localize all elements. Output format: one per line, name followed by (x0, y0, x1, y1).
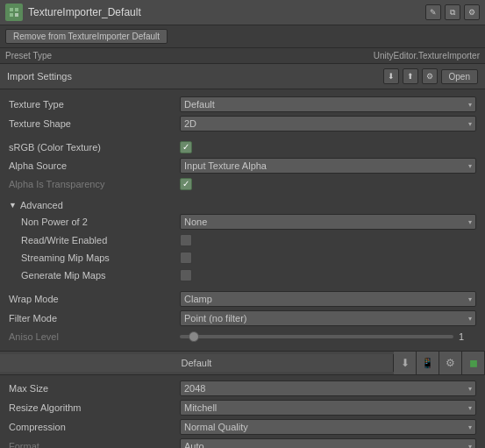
texture-type-row: Texture Type Default ▾ (0, 95, 485, 114)
alpha-transparency-row: Alpha Is Transparency (0, 175, 485, 193)
texture-shape-dropdown[interactable]: 2D ▾ (180, 116, 476, 132)
srgb-checkbox[interactable] (180, 141, 476, 153)
aniso-level-label: Aniso Level (9, 331, 180, 342)
alpha-transparency-checkbox[interactable] (180, 178, 476, 190)
svg-rect-1 (10, 8, 13, 11)
srgb-row: sRGB (Color Texture) (0, 139, 485, 156)
preset-row: Preset Type UnityEditor.TextureImporter (0, 48, 485, 64)
compression-row: Compression Normal Quality ▾ (0, 417, 485, 437)
filter-mode-dropdown[interactable]: Point (no filter) ▾ (180, 310, 476, 326)
alpha-source-label: Alpha Source (9, 160, 180, 171)
wrap-mode-row: Wrap Mode Clamp ▾ (0, 289, 485, 309)
settings-icon[interactable]: ⚙ (422, 68, 438, 84)
max-size-label: Max Size (9, 383, 180, 394)
section-title: Import Settings (7, 71, 72, 82)
non-power-label: Non Power of 2 (9, 217, 180, 227)
chevron-down-icon: ▾ (468, 101, 472, 109)
triangle-icon: ▼ (9, 201, 17, 210)
alpha-source-row: Alpha Source Input Texture Alpha ▾ (0, 156, 485, 175)
streaming-mip-label: Streaming Mip Maps (9, 252, 180, 263)
aniso-slider[interactable]: 1 (180, 331, 476, 342)
readwrite-label: Read/Write Enabled (9, 235, 180, 245)
remove-row: Remove from TextureImporter Default (0, 25, 485, 48)
wrap-mode-dropdown[interactable]: Clamp ▾ (180, 291, 476, 307)
texture-shape-row: Texture Shape 2D ▾ (0, 114, 485, 133)
app-icon (5, 4, 23, 21)
gear-icon[interactable]: ⚙ (464, 4, 480, 20)
main-content: Texture Type Default ▾ Texture Shape 2D … (0, 89, 485, 351)
svg-rect-4 (15, 13, 18, 17)
tab-default[interactable]: Default (0, 354, 394, 372)
tab-square-icon[interactable]: ◼ (462, 352, 485, 374)
preset-label: Preset Type (5, 51, 52, 60)
texture-type-dropdown[interactable]: Default ▾ (180, 96, 476, 112)
compression-dropdown[interactable]: Normal Quality ▾ (180, 419, 476, 435)
tab-download-icon[interactable]: ⬇ (394, 352, 417, 374)
tab-mobile-icon[interactable]: 📱 (417, 352, 439, 374)
filter-mode-row: Filter Mode Point (no filter) ▾ (0, 309, 485, 328)
preset-value: UnityEditor.TextureImporter (374, 51, 480, 60)
texture-shape-label: Texture Shape (9, 118, 180, 129)
bottom-panel: Max Size 2048 ▾ Resize Algorithm Mitchel… (0, 375, 485, 448)
non-power-dropdown[interactable]: None ▾ (180, 214, 476, 230)
format-row: Format Auto ▾ (0, 437, 485, 448)
alpha-transparency-label: Alpha Is Transparency (9, 179, 180, 189)
upload-icon[interactable]: ⬆ (403, 68, 418, 84)
chevron-down-icon: ▾ (468, 218, 472, 226)
aniso-level-row: Aniso Level 1 (0, 328, 485, 345)
format-label: Format (9, 441, 180, 448)
texture-type-label: Texture Type (9, 99, 180, 110)
resize-algorithm-row: Resize Algorithm Mitchell ▾ (0, 398, 485, 417)
svg-rect-2 (15, 8, 18, 11)
streaming-mip-checkbox[interactable] (180, 252, 476, 264)
svg-rect-3 (10, 13, 13, 17)
alpha-source-dropdown[interactable]: Input Texture Alpha ▾ (180, 158, 476, 174)
advanced-label: Advanced (20, 200, 63, 210)
compression-label: Compression (9, 422, 180, 432)
section-header: Import Settings ⬇ ⬆ ⚙ Open (0, 64, 485, 89)
edit-icon[interactable]: ✎ (425, 4, 441, 20)
chevron-down-icon: ▾ (468, 120, 472, 128)
chevron-down-icon: ▾ (468, 443, 472, 449)
remove-button[interactable]: Remove from TextureImporter Default (5, 29, 168, 44)
generate-mip-checkbox[interactable] (180, 269, 476, 281)
window-title: TextureImporter_Default (28, 6, 420, 18)
resize-algorithm-label: Resize Algorithm (9, 402, 180, 413)
link-icon[interactable]: ⧉ (445, 4, 460, 20)
download-icon[interactable]: ⬇ (383, 68, 399, 84)
title-bar: TextureImporter_Default ✎ ⧉ ⚙ (0, 0, 485, 25)
aniso-value: 1 (459, 331, 476, 342)
advanced-section-header[interactable]: ▼ Advanced (0, 198, 485, 212)
format-dropdown[interactable]: Auto ▾ (180, 438, 476, 448)
section-header-actions: ⬇ ⬆ ⚙ Open (383, 68, 478, 84)
readwrite-row: Read/Write Enabled (0, 231, 485, 249)
filter-mode-label: Filter Mode (9, 313, 180, 324)
chevron-down-icon: ▾ (468, 315, 472, 323)
generate-mip-label: Generate Mip Maps (9, 270, 180, 281)
generate-mip-row: Generate Mip Maps (0, 267, 485, 284)
chevron-down-icon: ▾ (468, 385, 472, 393)
tab-gear-icon[interactable]: ⚙ (439, 352, 462, 374)
resize-algorithm-dropdown[interactable]: Mitchell ▾ (180, 400, 476, 416)
max-size-dropdown[interactable]: 2048 ▾ (180, 380, 476, 396)
chevron-down-icon: ▾ (468, 404, 472, 412)
non-power-row: Non Power of 2 None ▾ (0, 212, 485, 231)
max-size-row: Max Size 2048 ▾ (0, 379, 485, 398)
streaming-mip-row: Streaming Mip Maps (0, 249, 485, 267)
chevron-down-icon: ▾ (468, 295, 472, 303)
title-action-buttons: ✎ ⧉ ⚙ (425, 4, 480, 20)
open-button[interactable]: Open (441, 69, 478, 84)
chevron-down-icon: ▾ (468, 423, 472, 431)
srgb-label: sRGB (Color Texture) (9, 142, 180, 153)
wrap-mode-label: Wrap Mode (9, 294, 180, 304)
chevron-down-icon: ▾ (468, 162, 472, 170)
bottom-tabs: Default ⬇ 📱 ⚙ ◼ (0, 351, 485, 375)
readwrite-checkbox[interactable] (180, 234, 476, 246)
